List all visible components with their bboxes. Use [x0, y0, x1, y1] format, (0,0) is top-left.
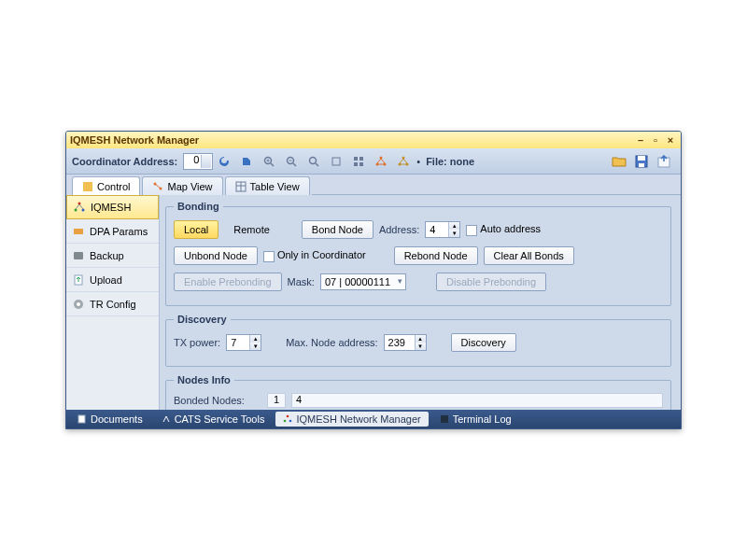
- table-tab-icon: [235, 181, 247, 192]
- network-alt-icon[interactable]: [395, 153, 412, 170]
- bonded-nodes-label: Bonded Nodes:: [174, 395, 267, 406]
- tab-control[interactable]: Control: [72, 176, 140, 195]
- iqmesh-status-icon: [283, 414, 292, 424]
- bonded-nodes-count: 1: [267, 393, 286, 408]
- status-tab-iqmesh[interactable]: IQMESH Network Manager: [275, 412, 428, 427]
- svg-rect-39: [78, 415, 85, 423]
- tab-table-view[interactable]: Table View: [225, 176, 310, 195]
- spin-up-icon[interactable]: ▲: [448, 222, 459, 230]
- upload-icon: [72, 273, 85, 287]
- open-folder-icon[interactable]: [610, 152, 628, 171]
- network-icon[interactable]: [373, 153, 389, 170]
- sidebar-item-upload[interactable]: Upload: [66, 268, 159, 292]
- dpa-icon: [72, 225, 85, 238]
- svg-line-8: [316, 163, 318, 166]
- file-value: none: [450, 156, 474, 167]
- file-label-dot: •: [416, 156, 420, 167]
- tx-power-input[interactable]: 7▲▼: [226, 334, 261, 351]
- svg-point-42: [289, 420, 292, 423]
- nodes-info-group: Nodes Info Bonded Nodes: 1 4 Discovered …: [165, 374, 671, 410]
- zoom-in-icon[interactable]: [261, 153, 277, 170]
- nodes-info-legend: Nodes Info: [174, 374, 234, 385]
- sidebar-item-backup[interactable]: Backup: [66, 244, 159, 268]
- titlebar: IQMESH Network Manager – ▫ ×: [66, 132, 681, 148]
- coord-address-input[interactable]: 0: [183, 153, 213, 170]
- only-in-coordinator-checkbox[interactable]: Only in Coordinator: [263, 249, 366, 261]
- file-label: File:: [426, 156, 447, 167]
- svg-rect-34: [74, 229, 83, 234]
- cats-icon: [162, 414, 171, 424]
- window-title: IQMESH Network Manager: [70, 134, 632, 146]
- discovery-button[interactable]: Discovery: [451, 333, 516, 352]
- content-body: IQMESH DPA Params Backup Upload TR Confi…: [66, 195, 681, 410]
- unbond-node-button[interactable]: Unbond Node: [174, 246, 258, 265]
- export-icon[interactable]: [655, 152, 673, 171]
- map-tab-icon: [152, 181, 163, 192]
- sidebar: IQMESH DPA Params Backup Upload TR Confi…: [66, 195, 160, 410]
- auto-address-checkbox[interactable]: Auto address: [466, 223, 541, 235]
- svg-rect-21: [638, 156, 645, 161]
- svg-rect-22: [639, 163, 644, 167]
- enable-prebonding-button[interactable]: Enable Prebonding: [174, 273, 282, 291]
- svg-line-1: [271, 163, 274, 166]
- restore-icon[interactable]: ▫: [649, 133, 662, 147]
- status-tab-documents[interactable]: Documents: [70, 412, 150, 427]
- clear-all-bonds-button[interactable]: Clear All Bonds: [484, 246, 574, 265]
- svg-rect-43: [441, 415, 448, 423]
- backup-icon: [72, 249, 85, 262]
- sidebar-item-dpa-params[interactable]: DPA Params: [66, 219, 159, 244]
- pin-icon[interactable]: [238, 153, 255, 170]
- refresh-icon[interactable]: [216, 153, 233, 170]
- mask-dropdown[interactable]: 07 | 00000111: [320, 273, 406, 290]
- discovery-legend: Discovery: [174, 314, 231, 325]
- svg-point-40: [287, 415, 289, 418]
- close-icon[interactable]: ×: [664, 133, 677, 147]
- tab-map-view[interactable]: Map View: [142, 176, 222, 195]
- sidebar-item-tr-config[interactable]: TR Config: [66, 292, 159, 316]
- svg-rect-12: [354, 162, 358, 166]
- status-tab-cats[interactable]: CATS Service Tools: [154, 412, 273, 427]
- zoom-fit-icon[interactable]: [305, 153, 322, 170]
- iqmesh-icon: [73, 201, 86, 214]
- settings-icon[interactable]: [328, 153, 345, 170]
- svg-rect-9: [332, 158, 340, 165]
- save-icon[interactable]: [632, 152, 651, 171]
- control-tab-icon: [82, 181, 93, 192]
- svg-point-41: [284, 420, 287, 423]
- bonded-nodes-list: 4: [291, 393, 663, 408]
- bonding-legend: Bonding: [174, 201, 223, 212]
- statusbar: Documents CATS Service Tools IQMESH Netw…: [66, 410, 681, 428]
- svg-rect-10: [354, 157, 358, 161]
- svg-point-38: [77, 302, 80, 306]
- discovery-group: Discovery TX power: 7▲▼ Max. Node addres…: [165, 314, 671, 367]
- svg-point-7: [310, 157, 317, 163]
- local-button[interactable]: Local: [174, 220, 218, 239]
- main-toolbar: Coordinator Address: 0 • File: none: [66, 148, 681, 175]
- mask-label: Mask:: [288, 276, 315, 287]
- minimize-icon[interactable]: –: [634, 133, 647, 147]
- zoom-out-icon[interactable]: [283, 153, 300, 170]
- documents-icon: [78, 414, 87, 424]
- coord-address-label: Coordinator Address:: [72, 156, 177, 167]
- trconfig-icon: [72, 298, 85, 311]
- main-panel[interactable]: Bonding Local Remote Bond Node Address: …: [160, 195, 681, 410]
- address-input[interactable]: 4▲▼: [425, 221, 460, 238]
- sidebar-item-iqmesh[interactable]: IQMESH: [66, 195, 159, 219]
- status-tab-terminal[interactable]: Terminal Log: [432, 412, 519, 427]
- bond-node-button[interactable]: Bond Node: [302, 220, 374, 239]
- svg-rect-11: [359, 157, 363, 161]
- disable-prebonding-button[interactable]: Disable Prebonding: [436, 273, 546, 291]
- svg-rect-24: [83, 182, 92, 191]
- rebond-node-button[interactable]: Rebond Node: [394, 246, 478, 265]
- view-tabs: Control Map View Table View: [66, 175, 681, 195]
- app-window: IQMESH Network Manager – ▫ × Coordinator…: [65, 131, 682, 429]
- address-label: Address:: [379, 224, 419, 235]
- max-node-label: Max. Node address:: [286, 337, 377, 348]
- svg-rect-35: [74, 252, 83, 259]
- spin-down-icon[interactable]: ▼: [448, 230, 459, 237]
- remote-button[interactable]: Remote: [224, 220, 279, 239]
- terminal-icon: [440, 414, 449, 424]
- max-node-input[interactable]: 239▲▼: [384, 334, 427, 351]
- grid-icon[interactable]: [350, 153, 367, 170]
- bonding-group: Bonding Local Remote Bond Node Address: …: [165, 201, 671, 306]
